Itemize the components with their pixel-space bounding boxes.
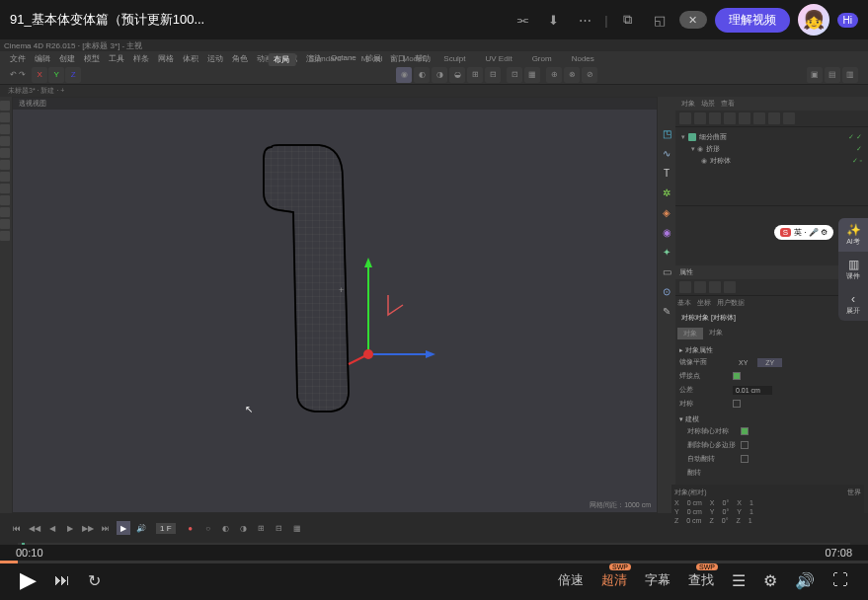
generator-icon[interactable]: ✲ bbox=[660, 186, 673, 199]
svg-marker-1 bbox=[364, 258, 372, 267]
sub-toolbar: 未标题3* · 新建 · + bbox=[0, 85, 868, 97]
replay-button[interactable]: ↻ bbox=[88, 571, 101, 590]
coordinates-panel: 对象(相对)世界 X0 cmX0°X1 Y0 cmY0°Y1 Z0 cmZ0°Z… bbox=[671, 485, 864, 527]
play-button[interactable]: ▶ bbox=[20, 567, 37, 593]
more-icon[interactable]: ⋯ bbox=[573, 8, 596, 32]
close-button[interactable]: ✕ bbox=[679, 11, 707, 29]
find-button[interactable]: SWP查找 bbox=[688, 571, 714, 589]
avatar[interactable]: 👧 bbox=[798, 4, 829, 36]
volume-icon[interactable]: 🔊 bbox=[795, 571, 815, 590]
total-time: 07:08 bbox=[825, 547, 852, 559]
download-icon[interactable]: ⬇ bbox=[541, 8, 565, 32]
camera-icon[interactable]: ▭ bbox=[660, 264, 673, 278]
speed-button[interactable]: 倍速 bbox=[558, 571, 584, 589]
cube-icon[interactable]: ◳ bbox=[660, 126, 673, 140]
pip-icon[interactable]: ◱ bbox=[648, 8, 671, 32]
courseware-button[interactable]: ▥课件 bbox=[838, 253, 868, 286]
object-tree[interactable]: ▾细分曲面✓ ✓ ▾ ◉挤形✓ ◉对称体✓ ▫ bbox=[675, 127, 868, 206]
understand-video-button[interactable]: 理解视频 bbox=[715, 8, 790, 33]
share-icon[interactable]: ⫘ bbox=[510, 8, 533, 32]
viewport-cursor: ↖ bbox=[245, 404, 253, 414]
transform-gizmo[interactable] bbox=[329, 246, 437, 374]
svg-point-5 bbox=[363, 349, 373, 359]
fullscreen-icon[interactable]: ⛶ bbox=[832, 571, 848, 589]
tolerance-input[interactable] bbox=[733, 386, 772, 395]
app-title: Cinema 4D R26.015 · [未标题 3*] - 主视 bbox=[0, 39, 868, 51]
next-button[interactable]: ⏭ bbox=[54, 571, 70, 589]
subtitle-button[interactable]: 字幕 bbox=[645, 571, 671, 589]
hi-badge: Hi bbox=[837, 13, 858, 28]
current-time: 00:10 bbox=[16, 547, 43, 559]
field-icon[interactable]: ◉ bbox=[660, 225, 673, 239]
input-method-badge[interactable]: S 英 · 🎤 ⚙ bbox=[774, 225, 833, 240]
brush-icon[interactable]: ✎ bbox=[660, 304, 673, 318]
floating-sidebar[interactable]: ✨AI考 ▥课件 ‹展开 bbox=[838, 218, 868, 321]
menu-bar[interactable]: 文件编辑创建模型工具样条网格体积运动角色动画模拟渲染Octane扩展窗口帮助 布… bbox=[0, 51, 868, 65]
3d-viewport[interactable]: 透视视图 ↖ + 网格间距：1000 cm bbox=[13, 98, 657, 512]
progress-bar[interactable] bbox=[0, 561, 868, 563]
quality-button[interactable]: SWP超清 bbox=[601, 571, 627, 589]
svg-marker-3 bbox=[426, 350, 435, 358]
mode-layout[interactable]: 布局 bbox=[268, 53, 295, 66]
light-icon[interactable]: ✦ bbox=[660, 245, 673, 259]
spline-icon[interactable]: ∿ bbox=[660, 146, 673, 160]
window-icon[interactable]: ⧉ bbox=[616, 8, 640, 32]
left-toolbar[interactable] bbox=[0, 97, 12, 513]
grid-info: 网格间距：1000 cm bbox=[590, 500, 651, 510]
text-icon[interactable]: T bbox=[660, 166, 673, 180]
video-title: 91_基本体变体篇（预计更新100... bbox=[10, 11, 502, 29]
settings-icon[interactable]: ⚙ bbox=[763, 571, 777, 590]
null-icon[interactable]: ⊙ bbox=[660, 284, 673, 298]
right-tool-strip[interactable]: ◳ ∿ T ✲ ◈ ◉ ✦ ▭ ⊙ ✎ bbox=[658, 97, 675, 513]
video-player-bar: 00:10 07:08 ▶ ⏭ ↻ 倍速 SWP超清 字幕 SWP查找 ☰ ⚙ … bbox=[0, 545, 868, 600]
ai-exam-button[interactable]: ✨AI考 bbox=[838, 218, 868, 252]
deformer-icon[interactable]: ◈ bbox=[660, 205, 673, 219]
expand-button[interactable]: ‹展开 bbox=[838, 287, 868, 321]
main-toolbar[interactable]: ↶ ↷ XYZ ◉◐◑◒⊞⊟ ⊡▦ ⊕⊗⊘ ▣▤▥ bbox=[0, 65, 868, 85]
playlist-icon[interactable]: ☰ bbox=[732, 571, 746, 590]
